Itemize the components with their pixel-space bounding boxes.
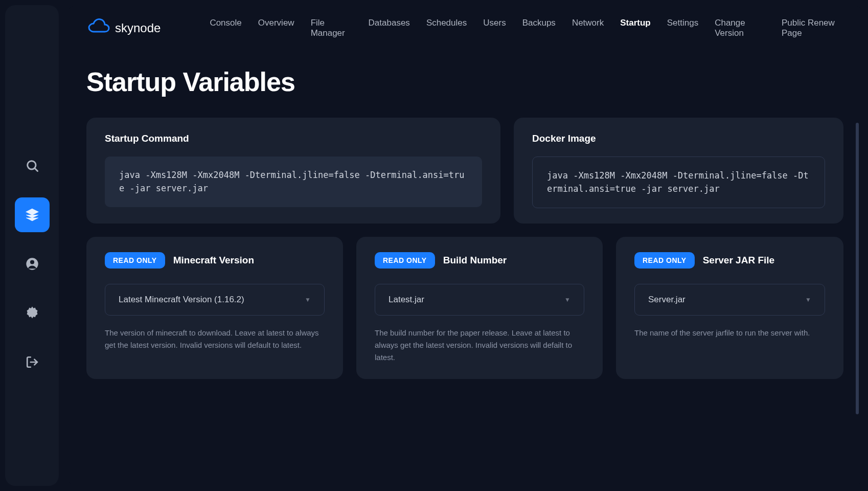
variable-description: The version of minecraft to download. Le… (105, 327, 325, 351)
build-number-select[interactable]: Latest.jar ▼ (375, 284, 584, 316)
read-only-badge: READ ONLY (634, 252, 695, 269)
nav-startup[interactable]: Startup (620, 16, 651, 40)
select-value: Server.jar (648, 295, 686, 305)
svg-point-3 (30, 260, 34, 264)
cloud-icon (86, 15, 112, 41)
read-only-badge: READ ONLY (375, 252, 435, 269)
chevron-down-icon: ▼ (564, 296, 570, 303)
nav-network[interactable]: Network (572, 16, 604, 40)
page-title: Startup Variables (86, 66, 843, 97)
topbar: skynode Console Overview File Manager Da… (86, 15, 843, 41)
select-value: Latest.jar (389, 295, 424, 305)
variable-title: Server JAR File (703, 255, 774, 266)
nav-databases[interactable]: Databases (369, 16, 410, 40)
variable-description: The name of the server jarfile to run th… (634, 327, 825, 339)
sidebar (5, 5, 59, 486)
read-only-badge: READ ONLY (105, 252, 165, 269)
nav-schedules[interactable]: Schedules (426, 16, 467, 40)
nav-file-manager[interactable]: File Manager (311, 16, 352, 40)
variable-description: The build number for the paper release. … (375, 327, 584, 364)
main-content: skynode Console Overview File Manager Da… (67, 5, 863, 486)
chevron-down-icon: ▼ (305, 296, 311, 303)
logout-icon[interactable] (15, 345, 50, 380)
minecraft-version-select[interactable]: Latest Minecraft Version (1.16.2) ▼ (105, 284, 325, 316)
chevron-down-icon: ▼ (805, 296, 811, 303)
top-nav: Console Overview File Manager Databases … (210, 16, 843, 40)
search-icon[interactable] (15, 148, 50, 183)
variable-title: Minecraft Version (173, 255, 254, 266)
select-value: Latest Minecraft Version (1.16.2) (119, 295, 244, 305)
variable-card-minecraft: READ ONLY Minecraft Version Latest Minec… (86, 237, 343, 379)
docker-image-code: java -Xms128M -Xmx2048M -Dterminal.jline… (532, 157, 825, 208)
layers-icon[interactable] (15, 197, 50, 232)
docker-image-title: Docker Image (532, 133, 825, 144)
nav-users[interactable]: Users (483, 16, 506, 40)
startup-command-code: java -Xms128M -Xmx2048M -Dterminal.jline… (105, 157, 482, 207)
variable-card-build: READ ONLY Build Number Latest.jar ▼ The … (356, 237, 603, 379)
docker-image-card: Docker Image java -Xms128M -Xmx2048M -Dt… (514, 118, 843, 224)
user-icon[interactable] (15, 247, 50, 281)
nav-settings[interactable]: Settings (667, 16, 698, 40)
server-jar-select[interactable]: Server.jar ▼ (634, 284, 825, 316)
startup-command-card: Startup Command java -Xms128M -Xmx2048M … (86, 118, 500, 224)
nav-backups[interactable]: Backups (522, 16, 556, 40)
nav-overview[interactable]: Overview (258, 16, 294, 40)
nav-console[interactable]: Console (210, 16, 241, 40)
nav-public-renew[interactable]: Public Renew Page (782, 16, 843, 40)
startup-command-title: Startup Command (105, 133, 482, 144)
scrollbar[interactable] (856, 123, 859, 414)
settings-icon[interactable] (15, 296, 50, 330)
nav-change-version[interactable]: Change Version (715, 16, 765, 40)
brand-name: skynode (115, 21, 161, 35)
variable-title: Build Number (443, 255, 507, 266)
brand-logo[interactable]: skynode (86, 15, 161, 41)
svg-line-1 (35, 168, 37, 171)
variable-card-jar: READ ONLY Server JAR File Server.jar ▼ T… (616, 237, 843, 379)
